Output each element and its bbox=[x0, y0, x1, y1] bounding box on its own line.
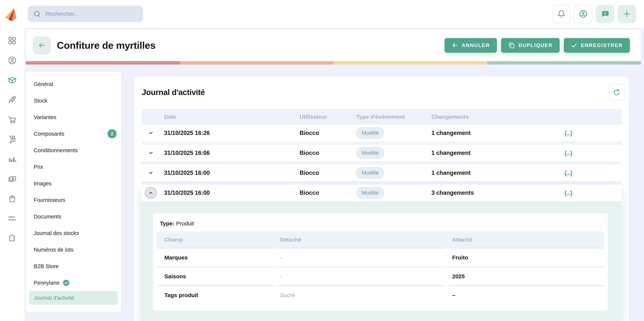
rail-contacts-icon[interactable] bbox=[8, 56, 17, 65]
refresh-icon bbox=[613, 88, 621, 96]
row-date: 31/10/2025 16:00 bbox=[160, 189, 296, 196]
col-event: Type d'événement bbox=[352, 114, 428, 120]
rail-finance-icon[interactable] bbox=[8, 174, 17, 183]
search-icon bbox=[33, 10, 41, 18]
table-row[interactable]: 31/10/2025 16:26 Biocco Modifié 1 change… bbox=[142, 125, 622, 141]
rail-logistics-icon[interactable] bbox=[8, 135, 17, 144]
sidebar-item-label: Variantes bbox=[34, 114, 56, 120]
json-braces-icon[interactable]: {...} bbox=[564, 189, 572, 196]
sidebar-item-label: Images bbox=[34, 180, 52, 187]
topbar: ? bbox=[0, 0, 644, 28]
sidebar-item-prix[interactable]: Prix bbox=[26, 159, 121, 175]
sidebar-item-pennylane[interactable]: Pennylane bbox=[26, 275, 121, 291]
icon-rail bbox=[0, 28, 24, 321]
plus-icon bbox=[622, 9, 631, 18]
app-logo-icon[interactable] bbox=[4, 6, 19, 21]
chevron-up-icon bbox=[148, 190, 154, 196]
sidebar-item-composants[interactable]: Composants 2 bbox=[26, 125, 121, 142]
back-button[interactable] bbox=[33, 36, 51, 54]
rail-shop-icon[interactable] bbox=[8, 194, 17, 203]
rail-sales-icon[interactable] bbox=[8, 115, 17, 124]
sidebar-item-label: Composants bbox=[34, 131, 64, 137]
composants-count-badge: 2 bbox=[108, 129, 116, 138]
table-row[interactable]: 31/10/2025 16:06 Biocco Modifié 1 change… bbox=[142, 145, 622, 161]
chevron-down-icon[interactable] bbox=[148, 170, 154, 176]
detail-field: Saisons bbox=[157, 267, 274, 286]
table-row-expanded[interactable]: 31/10/2025 16:00 Biocco Modifié 3 change… bbox=[142, 185, 622, 201]
json-braces-icon[interactable]: {...} bbox=[564, 130, 572, 136]
row-user: Biocco bbox=[296, 150, 352, 156]
sidebar-item-label: B2B Store bbox=[34, 263, 58, 270]
svg-text:?: ? bbox=[604, 11, 606, 16]
bar-segment-teal bbox=[487, 61, 641, 64]
row-user: Biocco bbox=[296, 189, 352, 196]
account-button[interactable] bbox=[574, 5, 592, 23]
sidebar-item-label: Journal des stocks bbox=[34, 230, 79, 236]
detail-detached-value: - bbox=[276, 267, 446, 286]
activity-log-title: Journal d'activité bbox=[142, 88, 205, 97]
detail-attached-value: – bbox=[448, 286, 604, 304]
duplicate-button[interactable]: DUPLIQUER bbox=[501, 38, 560, 53]
event-type-badge: Modifié bbox=[356, 167, 384, 179]
rail-dashboard-icon[interactable] bbox=[8, 36, 17, 45]
rail-launch-icon[interactable] bbox=[8, 95, 17, 104]
check-circle-icon bbox=[62, 279, 70, 286]
detail-table-header: Champ Détaché Attaché bbox=[157, 232, 604, 248]
detail-type-label: Type: bbox=[160, 220, 174, 227]
rail-products-icon[interactable] bbox=[8, 76, 17, 85]
sidebar-item-images[interactable]: Images bbox=[26, 175, 121, 192]
sidebar-item-label: Conditionnements bbox=[34, 147, 78, 154]
row-user: Biocco bbox=[296, 170, 352, 176]
product-sidebar: Général Stock Variantes Composants 2 Con… bbox=[26, 72, 121, 313]
sidebar-item-b2b-store[interactable]: B2B Store bbox=[26, 258, 121, 275]
event-type-badge: Modifié bbox=[356, 127, 384, 139]
chevron-down-icon[interactable] bbox=[148, 150, 154, 156]
sidebar-item-fournisseurs[interactable]: Fournisseurs bbox=[26, 192, 121, 208]
bell-icon bbox=[557, 9, 566, 18]
page-header: Confiture de myrtilles ANNULER DUPLIQUER bbox=[26, 29, 641, 64]
json-braces-icon[interactable]: {...} bbox=[564, 170, 572, 176]
detail-field: Marques bbox=[157, 248, 274, 267]
col-date: Date bbox=[160, 114, 296, 120]
sidebar-item-label: Stock bbox=[34, 98, 48, 104]
add-button[interactable] bbox=[618, 5, 636, 23]
detail-type-line: Type: Produit bbox=[160, 220, 604, 227]
rail-settings-icon[interactable] bbox=[8, 214, 17, 223]
row-separator bbox=[142, 181, 622, 185]
sidebar-item-variantes[interactable]: Variantes bbox=[26, 109, 121, 125]
check-icon bbox=[571, 42, 577, 48]
sidebar-item-journal-des-stocks[interactable]: Journal des stocks bbox=[26, 225, 121, 241]
detail-col-field: Champ bbox=[157, 237, 274, 243]
row-changes: 1 changement bbox=[428, 150, 556, 156]
detail-type-value: Produit bbox=[174, 220, 194, 227]
cancel-button[interactable]: ANNULER bbox=[444, 38, 497, 53]
sidebar-item-journal-activite[interactable]: Journal d'activité bbox=[29, 291, 118, 305]
search-input[interactable] bbox=[45, 11, 132, 17]
notifications-button[interactable] bbox=[552, 5, 570, 23]
sidebar-item-conditionnements[interactable]: Conditionnements bbox=[26, 142, 121, 159]
sidebar-item-numeros-de-lots[interactable]: Numéros de lots bbox=[26, 241, 121, 258]
app-root: ? bbox=[0, 0, 644, 321]
chevron-down-icon[interactable] bbox=[148, 130, 154, 136]
sidebar-item-stock[interactable]: Stock bbox=[26, 92, 121, 109]
event-type-badge: Modifié bbox=[356, 187, 384, 199]
rail-integrations-icon[interactable] bbox=[8, 234, 17, 243]
refresh-button[interactable] bbox=[608, 84, 625, 101]
rail-analytics-icon[interactable] bbox=[8, 155, 17, 164]
activity-log-panel: Journal d'activité Date Utilisateur Type… bbox=[134, 76, 629, 321]
save-button[interactable]: ENREGISTRER bbox=[564, 38, 630, 53]
row-changes: 3 changements bbox=[428, 189, 556, 196]
detail-row: Marques - Fruito bbox=[157, 248, 604, 267]
sidebar-item-general[interactable]: Général bbox=[26, 76, 121, 92]
sidebar-item-documents[interactable]: Documents bbox=[26, 208, 121, 225]
json-braces-icon[interactable]: {...} bbox=[564, 150, 572, 156]
detail-attached-value: Fruito bbox=[448, 248, 604, 267]
collapse-button[interactable] bbox=[145, 187, 157, 199]
col-changes: Changements bbox=[428, 114, 556, 120]
table-row[interactable]: 31/10/2025 16:00 Biocco Modifié 1 change… bbox=[142, 165, 622, 181]
page-title: Confiture de myrtilles bbox=[57, 40, 156, 51]
help-chat-icon: ? bbox=[601, 9, 609, 18]
detail-row: Saisons - 2025 bbox=[157, 267, 604, 286]
sidebar-item-label: Documents bbox=[34, 214, 62, 220]
help-button[interactable]: ? bbox=[596, 5, 614, 23]
